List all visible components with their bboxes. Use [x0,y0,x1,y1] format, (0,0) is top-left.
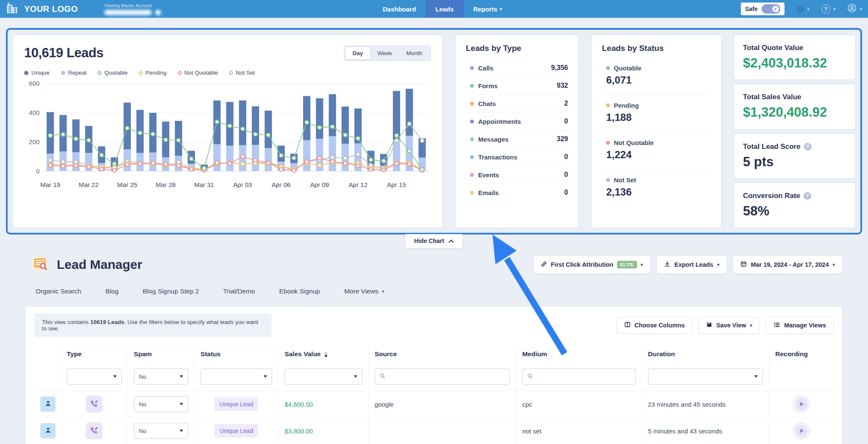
type-value: 0 [564,189,568,196]
save-icon [706,321,712,329]
type-row-forms: Forms 932 [466,77,568,95]
nav-right-controls: Safe ✓ ⚙ ▾ ? ▾ ▾ [741,0,862,18]
calendar-icon [740,261,747,268]
legend-item-not-quotable[interactable]: Not Quotable [178,70,218,76]
duration-filter-select[interactable] [648,369,763,385]
info-lead-count: 10619 Leads [90,319,124,325]
lead-row[interactable]: No Unique Lead $4,600.00 google cpc 23 m… [34,391,834,418]
svg-text:Mar 22: Mar 22 [79,181,99,188]
settings-menu[interactable]: ⚙ ▾ [796,5,810,14]
chevron-down-icon [113,375,117,378]
person-icon [45,427,52,435]
source-value: google [375,401,394,408]
sales-value-filter-select[interactable] [284,369,362,385]
save-view-button[interactable]: Save View▾ [698,317,760,334]
type-label: Events [478,171,499,179]
legend-label: Quotable [104,70,128,76]
view-tab-ebook-signup[interactable]: Ebook Signup [279,288,320,295]
summary-card-total-sales-value: Total Sales Value $1,320,408.92 [734,84,855,129]
help-icon[interactable]: ? [804,143,812,151]
row-spam-select[interactable]: No [134,396,188,412]
manage-views-button[interactable]: Manage Views [766,317,834,334]
choose-columns-button[interactable]: Choose Columns [617,317,693,334]
chevron-down-icon [264,375,267,378]
summary-card-total-quote-value: Total Quote Value $2,403,018.32 [734,35,855,80]
safe-toggle[interactable]: Safe ✓ [741,3,785,15]
table-header-row: TypeSpamStatusSales ValueSourceMediumDur… [34,345,834,363]
play-icon [800,402,804,406]
elite-badge: ELITE [617,261,637,268]
status-filter-select[interactable] [200,369,272,385]
legend-item-not-set[interactable]: Not Set [229,70,255,76]
account-switcher[interactable]: Viewing Master Account [104,3,161,15]
svg-text:Mar 28: Mar 28 [156,181,175,188]
chevron-down-icon: ▾ [641,262,643,267]
nav-item-dashboard[interactable]: Dashboard [373,0,426,18]
type-value: 9,356 [551,64,568,72]
duration-value: 23 minutes and 45 seconds [648,401,726,408]
leads-chart[interactable]: 0200400600Mar 19Mar 22Mar 25Mar 28Mar 31… [24,80,431,192]
sort-control[interactable] [324,352,328,357]
hide-chart-button[interactable]: Hide Chart [405,234,463,249]
legend-label: Not Quotable [184,70,218,76]
legend-item-repeat[interactable]: Repeat [61,70,87,76]
gear-icon: ⚙ [796,5,804,14]
view-tab-trial-demo[interactable]: Trial/Demo [223,288,255,295]
legend-label: Pending [145,70,167,76]
source-filter[interactable] [375,369,510,385]
type-row-messages: Messages 329 [466,130,568,148]
col-header-medium: Medium [516,345,642,363]
medium-filter-input[interactable] [537,373,630,380]
help-menu[interactable]: ? ▾ [821,5,836,14]
nav-item-leads[interactable]: Leads [426,0,463,18]
range-option-day[interactable]: Day [345,47,370,59]
legend-item-pending[interactable]: Pending [139,70,167,76]
type-label: Calls [478,64,493,72]
medium-filter[interactable] [522,369,635,385]
columns-icon [624,321,631,329]
svg-text:200: 200 [29,138,39,145]
view-tab-blog-signup-step-2[interactable]: Blog Signup Step 2 [143,288,199,295]
export-leads-button[interactable]: Export Leads ▾ [657,255,727,274]
incoming-call-icon [86,422,103,439]
col-header-type: Type [61,345,128,363]
toggle-track: ✓ [762,4,780,14]
legend-marker-diamond [177,70,182,75]
view-tab-organic-search[interactable]: Organic Search [36,288,81,295]
mar-19-2024-apr-17-2024-button[interactable]: Mar 19, 2024 - Apr 17, 2024 ▾ [733,255,843,274]
source-filter-input[interactable] [389,373,505,380]
svg-text:Mar 31: Mar 31 [194,181,214,188]
status-badge: Unique Lead [214,397,258,411]
col-header-sales-value: Sales Value [278,345,368,363]
saved-view-tabs: Organic SearchBlogBlog Signup Step 2Tria… [36,288,843,295]
type-color-dot [470,191,474,195]
help-icon[interactable]: ? [804,192,811,200]
legend-item-quotable[interactable]: Quotable [98,70,128,76]
status-color-dot [606,103,610,107]
button-label: Choose Columns [634,322,685,329]
svg-text:Apr 09: Apr 09 [310,181,329,188]
play-recording-button[interactable] [793,422,810,440]
legend-item-unique[interactable]: Unique [24,70,50,76]
svg-text:Mar 19: Mar 19 [40,181,60,188]
type-color-dot [470,173,474,177]
range-option-month[interactable]: Month [399,47,430,59]
summary-card-conversion-rate: Conversion Rate? 58% [734,183,855,228]
spam-filter-select[interactable]: No [134,369,188,385]
first-click-attribution-button[interactable]: First Click Attribution ELITE ▾ [533,255,651,274]
more-views-dropdown[interactable]: More Views▾ [344,288,384,295]
logo[interactable]: YOUR LOGO [6,2,78,16]
play-recording-button[interactable] [793,395,810,413]
col-header-spam: Spam [128,345,194,363]
view-tab-blog[interactable]: Blog [106,288,119,295]
status-label: Not Quotable [614,139,654,146]
nav-item-reports[interactable]: Reports▾ [464,0,512,18]
leads-by-type-panel: Leads by Type Calls 9,356 Forms 932 Chat… [455,35,579,228]
type-value: 2 [564,100,568,107]
row-spam-select[interactable]: No [134,423,188,439]
lead-row[interactable]: No Unique Lead $3,800.00 not set 5 minut… [34,418,834,444]
range-option-week[interactable]: Week [370,47,399,59]
chevron-down-icon [754,375,758,378]
profile-menu[interactable]: ▾ [847,3,862,14]
type-filter-select[interactable] [67,369,122,385]
